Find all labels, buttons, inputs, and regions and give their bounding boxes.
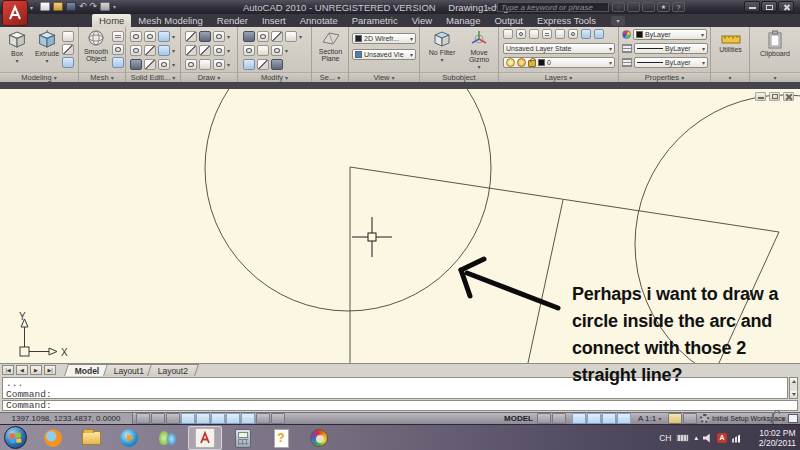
- extrude-tool-button[interactable]: Extrude ▾: [33, 30, 61, 64]
- new-file-icon[interactable]: [40, 2, 50, 11]
- layer-isolate-icon[interactable]: [542, 29, 552, 39]
- caret-down-icon[interactable]: ▾: [172, 62, 175, 68]
- viewport-restore-button[interactable]: [769, 92, 780, 101]
- layer-state-dropdown[interactable]: Unsaved Layer State ▾: [503, 43, 615, 54]
- smooth-object-button[interactable]: Smooth Object: [81, 29, 111, 62]
- ortho-toggle[interactable]: [166, 413, 180, 424]
- panel-label-modify[interactable]: Modify ▾: [238, 72, 311, 82]
- offset-edges-icon[interactable]: [144, 59, 156, 70]
- subtract-icon[interactable]: [144, 31, 156, 42]
- thicken-icon[interactable]: [144, 45, 156, 56]
- utilities-button[interactable]: Utilities: [714, 33, 747, 53]
- subscription-button[interactable]: [627, 2, 640, 12]
- layout-space-button[interactable]: [552, 413, 566, 424]
- model-space-button[interactable]: [537, 413, 551, 424]
- taskbar-media-player[interactable]: [112, 426, 146, 450]
- layer-match-icon[interactable]: [516, 29, 526, 39]
- mesh-smooth-more-icon[interactable]: [112, 44, 124, 55]
- close-button[interactable]: [778, 1, 794, 12]
- tab-insert[interactable]: Insert: [255, 14, 293, 27]
- taskbar-paint[interactable]: [302, 426, 336, 450]
- search-input[interactable]: [497, 2, 609, 12]
- caret-down-icon[interactable]: ▾: [227, 48, 230, 54]
- clean-screen-button[interactable]: [788, 414, 798, 423]
- favorites-button[interactable]: ★: [657, 2, 670, 12]
- named-view-dropdown[interactable]: Unsaved Vie ▾: [352, 49, 416, 60]
- polyline-tool-icon[interactable]: [199, 31, 211, 42]
- section-plane-button[interactable]: Section Plane: [315, 30, 346, 62]
- polysolid-icon[interactable]: [62, 31, 74, 42]
- next-layout-button[interactable]: ▶: [30, 365, 42, 375]
- pan-button[interactable]: [572, 413, 586, 424]
- layer-off-icon[interactable]: [568, 29, 578, 39]
- snap-toggle[interactable]: [136, 413, 150, 424]
- showmotion-button[interactable]: [617, 413, 631, 424]
- taskbar-calculator[interactable]: [226, 426, 260, 450]
- box-tool-button[interactable]: Box ▾: [3, 30, 31, 64]
- panel-label-section[interactable]: Se... ▾: [312, 72, 348, 82]
- tab-annotate[interactable]: Annotate: [293, 14, 345, 27]
- undo-icon[interactable]: ↶: [79, 2, 87, 11]
- minimize-button[interactable]: [744, 1, 760, 12]
- scroll-up-icon[interactable]: [790, 378, 797, 385]
- scroll-down-icon[interactable]: [790, 391, 797, 398]
- trim-tool-icon[interactable]: [285, 31, 297, 42]
- caret-down-icon[interactable]: ▾: [227, 34, 230, 40]
- scale-tool-icon[interactable]: [243, 59, 255, 70]
- help-button[interactable]: ?: [672, 2, 685, 12]
- mesh-crease-icon[interactable]: [112, 57, 124, 68]
- application-menu-button[interactable]: [2, 0, 28, 26]
- stretch-tool-icon[interactable]: [271, 31, 283, 42]
- arc-tool-icon[interactable]: [213, 31, 225, 42]
- polygon-tool-icon[interactable]: [185, 59, 197, 70]
- circle-tool-icon[interactable]: [213, 45, 225, 56]
- line-tool-icon[interactable]: [185, 31, 197, 42]
- tab-view[interactable]: View: [405, 14, 439, 27]
- network-icon[interactable]: [732, 434, 742, 443]
- linetype-dropdown[interactable]: ByLayer ▾: [634, 57, 708, 68]
- polar-toggle[interactable]: [181, 413, 195, 424]
- layer-dropdown[interactable]: 0 ▾: [503, 57, 615, 68]
- otrack-toggle[interactable]: [226, 413, 240, 424]
- prev-layout-button[interactable]: ◀: [16, 365, 28, 375]
- taskbar-autocad[interactable]: [188, 426, 222, 450]
- panel-label-view[interactable]: View ▾: [349, 72, 419, 82]
- tab-home[interactable]: Home: [92, 14, 131, 27]
- panel-label-properties[interactable]: Properties ▾: [619, 72, 710, 82]
- spline-tool-icon[interactable]: [185, 45, 197, 56]
- panel-label-mesh[interactable]: Mesh ▾: [79, 72, 125, 82]
- caret-down-icon[interactable]: ▾: [172, 48, 175, 54]
- start-button[interactable]: [4, 426, 27, 449]
- layer-freeze-icon[interactable]: [555, 29, 565, 39]
- tray-expand-icon[interactable]: ▴: [694, 434, 698, 442]
- mesh-refine-icon[interactable]: [112, 31, 124, 42]
- layer-prev-icon[interactable]: [529, 29, 539, 39]
- no-filter-button[interactable]: No Filter ▾: [426, 30, 458, 63]
- panel-label-draw[interactable]: Draw ▾: [181, 72, 237, 82]
- union-icon[interactable]: [130, 31, 142, 42]
- osnap-toggle[interactable]: [196, 413, 210, 424]
- caret-down-icon[interactable]: ▾: [299, 34, 302, 40]
- rectangle-tool-icon[interactable]: [199, 59, 211, 70]
- viewport-close-button[interactable]: [783, 92, 794, 101]
- last-layout-button[interactable]: ▶|: [44, 365, 56, 375]
- command-scrollbar[interactable]: [789, 377, 798, 399]
- caret-down-icon[interactable]: ▾: [285, 48, 288, 54]
- dynamic-input-toggle[interactable]: [256, 413, 270, 424]
- layer-lock-icon[interactable]: [581, 29, 591, 39]
- object-color-dropdown[interactable]: ByLayer ▾: [633, 29, 707, 40]
- grid-toggle[interactable]: [151, 413, 165, 424]
- caret-down-icon[interactable]: ▾: [227, 62, 230, 68]
- erase-tool-icon[interactable]: [257, 59, 269, 70]
- taskbar-messenger[interactable]: [150, 426, 184, 450]
- tab-mesh-modeling[interactable]: Mesh Modeling: [131, 14, 209, 27]
- taskbar-help[interactable]: ?: [264, 426, 298, 450]
- ducs-toggle[interactable]: [241, 413, 255, 424]
- panel-label-subobject[interactable]: Subobject: [420, 72, 498, 82]
- mirror-tool-icon[interactable]: [257, 45, 269, 56]
- plot-icon[interactable]: [100, 2, 110, 11]
- panel-label-utilities[interactable]: ▾: [711, 72, 749, 82]
- fillet-tool-icon[interactable]: [271, 45, 283, 56]
- slice-icon[interactable]: [130, 45, 142, 56]
- coordinates-display[interactable]: 1397.1098, 1233.4837, 0.0000: [0, 413, 133, 424]
